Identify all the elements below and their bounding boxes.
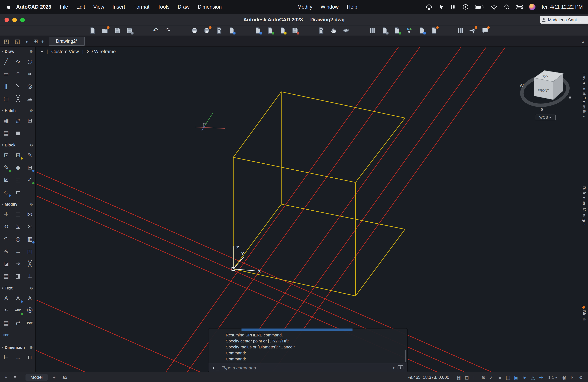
annotation-scale-toggle[interactable]: 1:1 ▾ (545, 375, 560, 380)
playback-icon[interactable] (462, 4, 469, 10)
share-drawing-icon[interactable] (468, 26, 477, 35)
block-editor-tool[interactable]: ✎ (24, 149, 36, 161)
explode-tool[interactable]: ✳ (0, 245, 12, 257)
trim-tool[interactable]: ✂ (24, 221, 36, 232)
menu-format[interactable]: Format (129, 4, 153, 10)
construction-line[interactable] (36, 350, 108, 372)
lineweight-display-toggle[interactable]: ≡ (496, 374, 504, 380)
viewcube-west-label[interactable]: W (520, 83, 524, 88)
gear-icon[interactable]: ⚙ (30, 143, 33, 147)
import-icon[interactable] (266, 26, 274, 35)
menu-window[interactable]: Window (316, 4, 343, 10)
expand-tools-icon[interactable]: » (26, 38, 29, 44)
3d-object-snap-toggle[interactable]: △ (529, 374, 537, 380)
measure-icon[interactable] (417, 26, 426, 35)
viewport-layout-icon[interactable]: ◰ (4, 38, 9, 45)
open-drawing-icon[interactable] (100, 26, 109, 35)
grid-display-toggle[interactable]: ▦ (455, 374, 463, 380)
box-wireframe-edge[interactable] (281, 92, 405, 118)
line-tool[interactable]: ╱ (0, 56, 12, 67)
polyline-tool[interactable]: ∿ (12, 56, 24, 67)
justify-text-tool[interactable]: ⇄ (12, 317, 24, 328)
linear-dimension-tool[interactable]: ⊢ (0, 351, 12, 363)
box-wireframe-edge[interactable] (233, 92, 281, 157)
point-style-icon[interactable] (405, 26, 414, 35)
collapse-caret-icon[interactable]: ▾ (2, 50, 3, 53)
superhatch-tool[interactable]: ▤ (0, 127, 12, 139)
ray-tool[interactable]: ⇲ (12, 80, 24, 92)
viewport-controls-menu[interactable]: + (41, 49, 43, 54)
pointer-icon[interactable] (439, 4, 444, 10)
new-drawing-icon[interactable] (88, 26, 97, 35)
boundary-tool[interactable]: ⊞ (24, 115, 36, 126)
fillet-tool[interactable]: ◠ (0, 233, 12, 245)
match-properties-icon[interactable] (380, 26, 389, 35)
save-as-icon[interactable] (125, 26, 134, 35)
layout-tab-a3[interactable]: a3 (63, 375, 67, 380)
command-options-caret-icon[interactable]: ▾ (393, 366, 394, 370)
set-base-point-tool[interactable]: ◇ (0, 186, 12, 198)
command-line-panel[interactable]: Resuming SPHERE command.Specify center p… (209, 328, 407, 372)
save-icon[interactable] (113, 26, 122, 35)
spell-check-tool[interactable]: ABC (12, 305, 24, 316)
box-wireframe-edge[interactable] (356, 118, 405, 183)
attribute-display-tool[interactable]: ⊟ (24, 161, 36, 173)
command-history-scrollbar[interactable] (405, 350, 406, 362)
new-layout-button[interactable]: + (53, 374, 56, 380)
gear-icon[interactable]: ⚙ (30, 49, 33, 54)
transparency-display-toggle[interactable]: ▨ (504, 374, 512, 380)
collapse-caret-icon[interactable]: ▾ (2, 286, 3, 289)
layer-properties-icon[interactable] (392, 26, 401, 35)
array-tool[interactable]: ▦ (24, 233, 36, 245)
spline-tool[interactable]: ≈ (24, 68, 36, 79)
zoom-window-button[interactable] (20, 17, 25, 22)
app-menu-title[interactable]: AutoCAD 2023 (15, 4, 56, 10)
annotative-text-tool[interactable]: A (24, 292, 36, 304)
zoom-window-icon[interactable] (316, 26, 326, 35)
delete-duplicates-tool[interactable]: ╳ (24, 258, 36, 269)
sync-attributes-tool[interactable]: ✓ (24, 174, 36, 185)
export-pdf-tool[interactable]: PDF (24, 317, 36, 328)
feedback-icon[interactable] (480, 26, 489, 35)
viewcube-south-label[interactable]: S (541, 107, 544, 112)
polygon-tool[interactable]: ▢ (0, 93, 12, 104)
construction-line[interactable] (221, 47, 461, 372)
hatch-tool[interactable]: ▦ (0, 115, 12, 126)
text-align-tool[interactable]: ▤ (0, 317, 12, 328)
point-tool[interactable]: ╳ (12, 93, 24, 104)
offset-tool[interactable]: ◎ (12, 233, 24, 245)
model-tab[interactable]: Model (26, 374, 48, 381)
command-input[interactable]: Type a command (222, 365, 256, 370)
break-tool[interactable]: ◰ (24, 245, 36, 257)
edit-attribute-tool[interactable]: ✎ (0, 161, 12, 173)
aligned-dimension-tool[interactable]: ↔ (12, 351, 24, 363)
box-wireframe-edge[interactable] (233, 204, 281, 269)
gradient-tool[interactable]: ▧ (12, 115, 24, 126)
nested-copy-tool[interactable]: ◰ (12, 174, 24, 185)
named-views-icon[interactable]: ◱ (15, 38, 20, 45)
box-wireframe-edge[interactable] (281, 204, 405, 229)
edit-polyline-tool[interactable]: ▤ (0, 270, 12, 282)
box-wireframe-edge[interactable] (233, 157, 356, 183)
move-tool[interactable]: ✛ (0, 208, 12, 220)
signed-in-user[interactable]: Madalena Sant… (540, 16, 588, 24)
menu-bar-clock[interactable]: ter. 4/11 12:22 PM (542, 4, 583, 10)
menu-view[interactable]: View (89, 4, 108, 10)
collapse-caret-icon[interactable]: ▾ (2, 143, 3, 146)
sheet-set-manager-icon[interactable] (429, 26, 438, 35)
viewcube-east-label[interactable]: E (568, 95, 571, 100)
window-manager-icon[interactable] (450, 4, 456, 10)
pan-icon[interactable] (329, 26, 338, 35)
etransmit-icon[interactable] (290, 26, 299, 35)
insert-block-tool[interactable]: ⊡ (0, 149, 12, 161)
single-line-text-tool[interactable]: A (0, 292, 12, 304)
donut-tool[interactable]: ◎ (24, 80, 36, 92)
multiline-text-tool[interactable]: A (12, 292, 24, 304)
object-snap-tracking-toggle[interactable]: ∠ (488, 374, 496, 380)
define-attribute-tool[interactable]: ◆ (12, 161, 24, 173)
revision-cloud-tool[interactable]: ☁ (24, 93, 36, 104)
user-avatar-icon[interactable] (529, 4, 535, 10)
command-input-row[interactable]: > _ Type a command ▾ (209, 363, 407, 372)
field-icon[interactable] (278, 26, 287, 35)
text-style-tool[interactable]: A≡ (0, 305, 12, 316)
